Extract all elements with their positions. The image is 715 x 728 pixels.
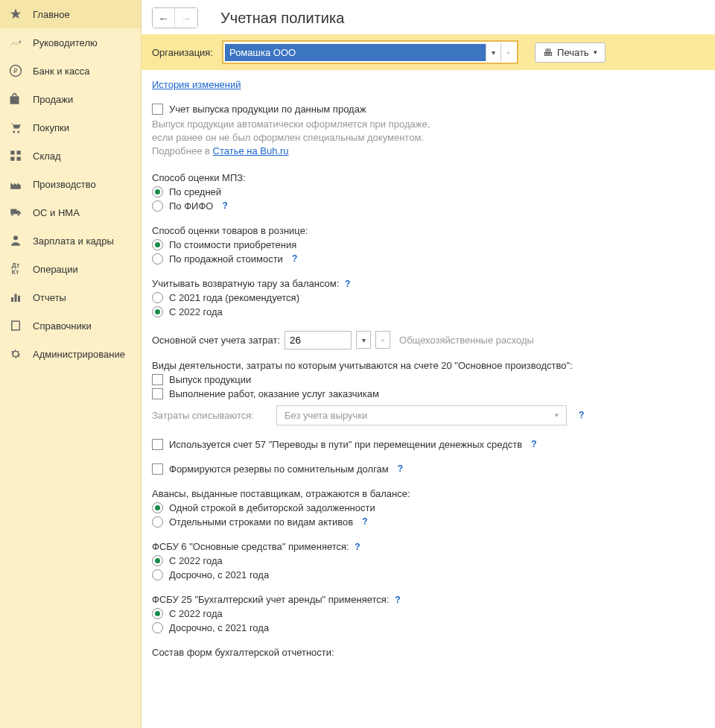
report-forms-label: Состав форм бухгалтерской отчетности: (152, 647, 705, 658)
help-icon[interactable]: ? (355, 542, 360, 552)
mpz-fifo-label: По ФИФО (169, 200, 213, 212)
forward-button[interactable]: → (175, 8, 197, 28)
tara-2021-label: С 2021 года (рекомендуется) (169, 292, 299, 303)
sidebar-item-label: Администрирование (33, 349, 125, 360)
activity-release-checkbox[interactable] (152, 374, 163, 385)
tara-2021-radio[interactable] (152, 292, 163, 303)
advances-oneline-label: Одной строкой в дебиторской задолженност… (169, 502, 375, 513)
sidebar-item-sales[interactable]: Продажи (0, 85, 141, 113)
sidebar-item-label: Производство (33, 179, 96, 190)
advances-split-label: Отдельными строками по видам активов (169, 516, 353, 528)
org-bar: Организация: ▾ ▫ 🖶 Печать ▾ (142, 34, 715, 70)
fsbu25-2021-label: Досрочно, с 2021 года (169, 622, 269, 633)
org-input[interactable] (225, 44, 486, 61)
help-icon[interactable]: ? (398, 463, 403, 474)
fsbu25-2022-radio[interactable] (152, 608, 163, 619)
fsbu25-2021-radio[interactable] (152, 622, 163, 633)
sidebar-item-purchases[interactable]: Покупки (0, 113, 141, 142)
sidebar-item-label: Справочники (33, 320, 92, 332)
factory-icon (9, 177, 22, 191)
help-icon[interactable]: ? (222, 200, 227, 211)
retail-cost-label: По стоимости приобретения (169, 239, 296, 250)
writeoff-value: Без учета выручки (285, 410, 367, 421)
print-label: Печать (557, 47, 589, 58)
sidebar-item-os-nma[interactable]: ОС и НМА (0, 198, 141, 227)
fsbu6-2021-radio[interactable] (152, 569, 163, 580)
back-button[interactable]: ← (153, 8, 175, 28)
help-icon[interactable]: ? (579, 410, 584, 420)
dropdown-button[interactable]: ▾ (486, 43, 500, 61)
mpz-avg-radio[interactable] (152, 186, 163, 197)
print-button[interactable]: 🖶 Печать ▾ (535, 42, 606, 63)
svg-rect-8 (15, 294, 17, 303)
svg-rect-9 (18, 296, 20, 302)
help-icon[interactable]: ? (292, 253, 297, 264)
activity-work-checkbox[interactable] (152, 388, 163, 399)
fsbu6-2022-radio[interactable] (152, 555, 163, 566)
main: ← → Учетная политика Организация: ▾ ▫ 🖶 … (142, 0, 715, 728)
truck-icon (9, 206, 22, 219)
sidebar: Главное Руководителю ₽ Банк и касса Прод… (0, 0, 142, 728)
sidebar-item-bank[interactable]: ₽ Банк и касса (0, 57, 141, 85)
help-icon[interactable]: ? (362, 516, 367, 527)
svg-rect-4 (10, 157, 14, 161)
chart-icon (9, 291, 22, 304)
cb57-checkbox[interactable] (152, 439, 163, 450)
person-icon (9, 234, 22, 247)
chevron-down-icon: ▾ (594, 48, 597, 56)
sidebar-item-catalogs[interactable]: Справочники (0, 311, 141, 340)
activities-label: Виды деятельности, затраты по которым уч… (152, 360, 705, 371)
acct-dropdown[interactable]: ▾ (356, 331, 371, 349)
sidebar-item-main[interactable]: Главное (0, 0, 141, 28)
tara-group-label: Учитывать возвратную тару за балансом: ? (152, 278, 705, 289)
advances-split-radio[interactable] (152, 516, 163, 528)
acct-open[interactable]: ▫ (375, 331, 390, 349)
help-icon[interactable]: ? (345, 279, 350, 289)
sidebar-item-operations[interactable]: ДтКт Операции (0, 255, 141, 283)
release-checkbox[interactable] (152, 104, 163, 115)
cart-icon (9, 121, 22, 134)
page-title: Учетная политика (220, 10, 344, 27)
advances-oneline-radio[interactable] (152, 502, 163, 513)
sidebar-item-production[interactable]: Производство (0, 170, 141, 198)
sidebar-item-label: Покупки (33, 122, 69, 133)
release-label: Учет выпуска продукции по данным продаж (169, 104, 366, 115)
tara-2022-radio[interactable] (152, 306, 163, 317)
sidebar-item-label: Продажи (33, 94, 73, 105)
star-icon (9, 7, 22, 21)
cb57-label: Используется счет 57 "Переводы в пути" п… (169, 439, 522, 450)
sidebar-item-hr[interactable]: Зарплата и кадры (0, 227, 141, 255)
sidebar-item-admin[interactable]: Администрирование (0, 340, 141, 368)
activity-release-label: Выпуск продукции (169, 374, 251, 385)
reserve-checkbox[interactable] (152, 463, 163, 475)
mpz-label: Способ оценки МПЗ: (152, 172, 705, 183)
mpz-fifo-radio[interactable] (152, 200, 163, 212)
sidebar-item-label: Зарплата и кадры (33, 235, 114, 247)
svg-rect-5 (17, 157, 21, 161)
help-icon[interactable]: ? (531, 439, 536, 449)
retail-sale-radio[interactable] (152, 253, 163, 265)
sidebar-item-manager[interactable]: Руководителю (0, 28, 141, 57)
sidebar-item-reports[interactable]: Отчеты (0, 283, 141, 311)
bag-icon (9, 92, 22, 106)
sidebar-item-warehouse[interactable]: Склад (0, 142, 141, 170)
retail-label: Способ оценки товаров в рознице: (152, 225, 705, 236)
header: ← → Учетная политика (142, 0, 715, 34)
release-hint: Выпуск продукции автоматически оформляет… (152, 118, 705, 159)
writeoff-select[interactable]: Без учета выручки ▾ (276, 405, 567, 425)
help-icon[interactable]: ? (395, 595, 400, 605)
open-button[interactable]: ▫ (500, 43, 515, 61)
sidebar-item-label: Склад (33, 151, 61, 162)
buh-link[interactable]: Статье на Buh.ru (213, 145, 289, 156)
sidebar-item-label: Главное (33, 9, 70, 20)
chevron-down-icon: ▾ (555, 411, 559, 419)
acct-desc: Общехозяйственные расходы (399, 335, 534, 346)
gear-icon (9, 347, 22, 361)
acct-input[interactable] (285, 331, 352, 349)
mpz-avg-label: По средней (169, 186, 221, 197)
fsbu6-group-label: ФСБУ 6 "Основные средства" применяется: … (152, 541, 705, 552)
retail-cost-radio[interactable] (152, 239, 163, 250)
fsbu25-2022-label: С 2022 года (169, 608, 223, 619)
history-link[interactable]: История изменений (152, 79, 241, 90)
sidebar-item-label: ОС и НМА (33, 207, 80, 218)
